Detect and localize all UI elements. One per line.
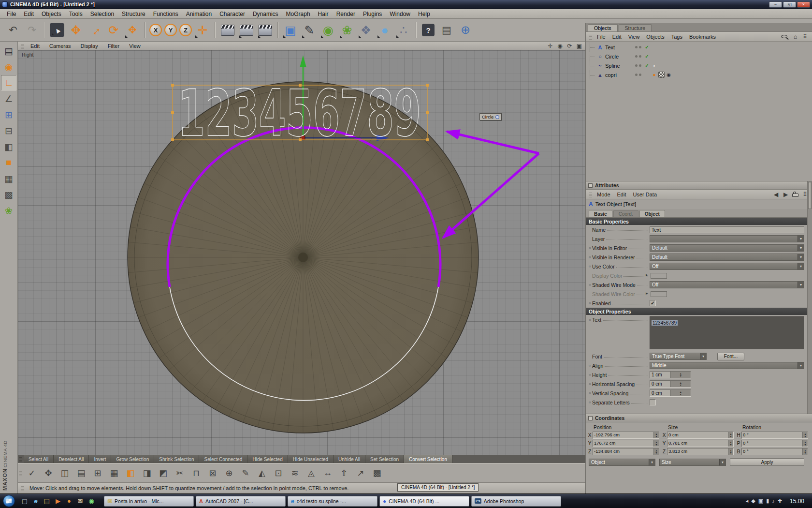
- drag-grip[interactable]: [589, 192, 592, 197]
- firefox-icon[interactable]: ●: [64, 496, 74, 506]
- keyframe-dot[interactable]: [588, 373, 592, 377]
- viewport-menu-item[interactable]: Edit: [26, 43, 44, 49]
- close-hole-icon[interactable]: ⊠: [204, 465, 221, 481]
- redo-icon[interactable]: ↷: [23, 20, 41, 40]
- apply-button[interactable]: Apply: [730, 458, 804, 466]
- knife-icon[interactable]: ✂: [172, 465, 188, 481]
- media-player-icon[interactable]: ▶: [53, 496, 63, 506]
- text-spline-object[interactable]: 123456789: [171, 76, 429, 150]
- drag-grip[interactable]: [589, 34, 592, 40]
- object-tag[interactable]: ◉: [666, 72, 672, 78]
- start-button[interactable]: [3, 495, 15, 507]
- panel-menu-item[interactable]: Edit: [614, 192, 630, 197]
- tray-expand-icon[interactable]: ◂: [746, 498, 749, 504]
- menu-item[interactable]: Window: [386, 10, 414, 18]
- dropdown-arrow-icon[interactable]: ▾: [798, 282, 804, 288]
- render-view-icon[interactable]: [218, 20, 237, 40]
- visibility-dots[interactable]: [635, 46, 641, 48]
- menu-item[interactable]: Objects: [38, 10, 65, 18]
- checkbox[interactable]: ✓: [650, 300, 656, 306]
- spinner[interactable]: ▴▾: [670, 390, 691, 396]
- visibility-dots[interactable]: [635, 64, 641, 67]
- smooth-shift-icon[interactable]: ⇧: [336, 465, 352, 481]
- unhide-all-button[interactable]: Unhide All: [334, 455, 365, 463]
- dropdown-arrow-icon[interactable]: ▾: [798, 245, 804, 251]
- render-picture-viewer-icon[interactable]: [237, 20, 256, 40]
- spinner[interactable]: ▴▾: [728, 432, 733, 438]
- lock-z-axis-icon[interactable]: Z: [179, 24, 192, 36]
- toolbar-separator[interactable]: [416, 22, 417, 38]
- display-filter-icon[interactable]: ▤: [1, 43, 16, 59]
- object-row[interactable]: A Text ✓: [586, 43, 812, 52]
- task-ie[interactable]: e c4d testo su spline -...: [288, 496, 377, 507]
- visibility-dots[interactable]: [635, 55, 641, 58]
- spinner[interactable]: ▴▾: [653, 432, 659, 438]
- numeric-input[interactable]: 0.781 cm ▴▾: [667, 440, 734, 447]
- keyframe-dot[interactable]: [588, 283, 592, 287]
- add-nurbs-icon[interactable]: ◉: [319, 20, 337, 40]
- drag-grip[interactable]: [21, 43, 24, 49]
- dropdown-arrow-icon[interactable]: ▾: [798, 236, 804, 242]
- object-name[interactable]: Text: [605, 45, 635, 50]
- spinner[interactable]: ▴▾: [802, 448, 808, 455]
- tray-shield-icon[interactable]: ✚: [778, 498, 782, 504]
- visibility-dots[interactable]: [635, 74, 641, 76]
- keyframe-dot[interactable]: [588, 363, 592, 368]
- show-desktop-icon[interactable]: ▢: [20, 496, 29, 506]
- dropdown[interactable]: Default▾: [650, 254, 804, 261]
- minimize-button[interactable]: −: [769, 1, 782, 8]
- object-row[interactable]: ▲ copri ● ◉: [586, 70, 812, 79]
- toolbar-separator[interactable]: [44, 22, 45, 38]
- panel-menu-item[interactable]: Edit: [609, 34, 625, 40]
- text-input[interactable]: Text: [650, 226, 804, 233]
- menu-item[interactable]: Structure: [118, 10, 149, 18]
- dropdown[interactable]: ▾: [650, 235, 804, 242]
- close-button[interactable]: ×: [797, 1, 810, 8]
- grow-selection-button[interactable]: Grow Selection: [111, 455, 154, 463]
- mirror-icon[interactable]: ◫: [57, 465, 73, 481]
- object-row[interactable]: ~ Spline ✓ ◗: [586, 61, 812, 70]
- snap-settings-icon[interactable]: ✓: [24, 465, 40, 481]
- object-name[interactable]: Circle: [605, 54, 635, 60]
- dropdown-arrow-icon[interactable]: ▾: [649, 459, 655, 465]
- tab-structure[interactable]: Structure: [619, 24, 652, 31]
- viewport-menu-item[interactable]: View: [124, 43, 145, 49]
- task-outlook[interactable]: ✉ Posta in arrivo - Mic...: [104, 496, 194, 507]
- toolbar-separator[interactable]: [145, 22, 145, 38]
- menu-item[interactable]: Hair: [314, 10, 333, 18]
- drag-grip[interactable]: [19, 470, 22, 476]
- zoom-view-icon[interactable]: ◉: [557, 43, 563, 49]
- coordinate-system-icon[interactable]: ✛: [193, 20, 212, 40]
- spinner[interactable]: ▴▾: [670, 381, 691, 387]
- tablet-icon[interactable]: ▤: [437, 20, 456, 40]
- model-mode-icon[interactable]: ∟: [1, 75, 16, 90]
- taskbar-clock[interactable]: 15.00: [788, 498, 809, 505]
- mail-icon[interactable]: ✉: [75, 496, 85, 506]
- object-row[interactable]: ○ Circle ✓: [586, 52, 812, 61]
- move-tool-icon[interactable]: ✥: [67, 20, 85, 40]
- font-button[interactable]: Font...: [717, 353, 744, 360]
- add-modeling-icon[interactable]: ❀: [338, 20, 356, 40]
- clone-icon[interactable]: ⊞: [89, 465, 106, 481]
- keyframe-dot[interactable]: [588, 246, 592, 250]
- task-c4d[interactable]: ● CINEMA 4D (64 Bit) ...: [379, 496, 469, 507]
- dropdown[interactable]: Off▾: [650, 281, 804, 288]
- menu-item[interactable]: Help: [414, 10, 434, 18]
- home-icon[interactable]: ⌂: [792, 33, 798, 40]
- bridge-icon[interactable]: ⊓: [188, 465, 204, 481]
- spinner[interactable]: ▴▾: [728, 448, 733, 455]
- deselect-all-button[interactable]: Deselect All: [54, 455, 89, 463]
- dropdown-arrow-icon[interactable]: ▾: [700, 353, 706, 359]
- dropdown-arrow-icon[interactable]: ▾: [719, 459, 725, 465]
- array-icon[interactable]: ▤: [73, 465, 89, 481]
- normal-move-icon[interactable]: ↗: [352, 465, 369, 481]
- viewport-menu-item[interactable]: Cameras: [44, 43, 76, 49]
- numeric-input[interactable]: 0 cm▴▾: [650, 380, 691, 388]
- tab-object[interactable]: Object: [639, 210, 665, 217]
- inner-extrude-icon[interactable]: ◨: [139, 465, 155, 481]
- menu-item[interactable]: Edit: [20, 10, 38, 18]
- font-dropdown[interactable]: True Type Font ▾: [650, 353, 707, 360]
- color-swatch[interactable]: [651, 291, 667, 297]
- brush-icon[interactable]: ✎: [237, 465, 254, 481]
- dropdown[interactable]: Default▾: [650, 244, 804, 252]
